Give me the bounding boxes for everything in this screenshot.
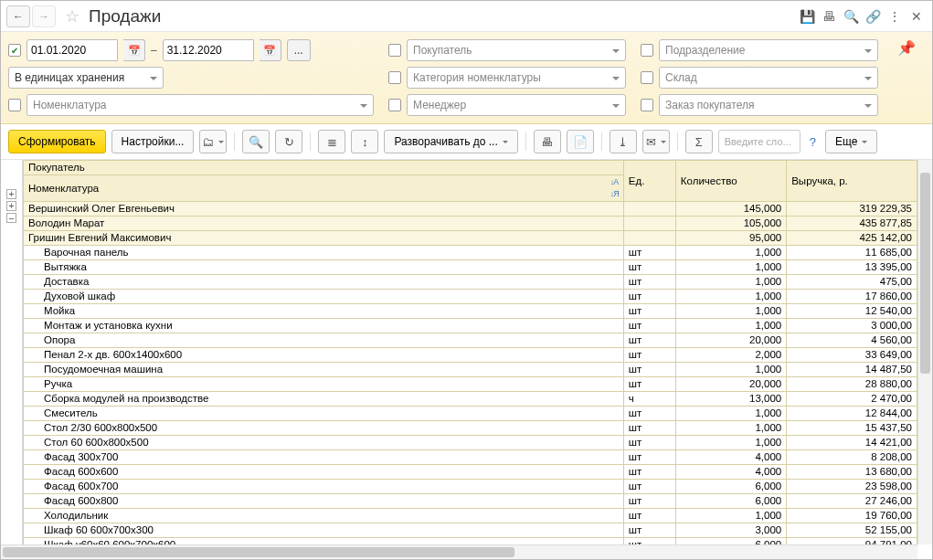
detail-row[interactable]: Фасад 600х700шт6,00023 598,00 (24, 480, 917, 494)
page-setup-button[interactable]: 📄 (567, 130, 594, 153)
print-button[interactable]: 🖶 (534, 130, 561, 153)
date-from-calendar-icon[interactable]: 📅 (123, 39, 145, 61)
favorite-star-icon[interactable]: ☆ (61, 5, 83, 27)
horizontal-scrollbar[interactable] (1, 544, 917, 559)
page-title: Продажи (89, 6, 795, 26)
nav-forward-button[interactable]: → (32, 5, 56, 27)
detail-row[interactable]: Варочная панельшт1,00011 685,00 (24, 246, 917, 260)
date-from-input[interactable]: 01.01.2020 (27, 39, 118, 61)
detail-row[interactable]: Духовой шкафшт1,00017 860,00 (24, 290, 917, 304)
expand-to-button[interactable]: Разворачивать до ... (384, 130, 517, 153)
expand-node[interactable]: + (6, 201, 16, 211)
date-to-input[interactable]: 31.12.2020 (163, 39, 254, 61)
settings-button[interactable]: Настройки... (111, 130, 195, 153)
detail-row[interactable]: Фасад 600х800шт6,00027 246,00 (24, 494, 917, 509)
warehouse-select[interactable]: Склад (659, 67, 878, 89)
detail-row[interactable]: Монтаж и установка кухништ1,0003 000,00 (24, 319, 917, 333)
units-select[interactable]: В единицах хранения (8, 67, 164, 89)
period-checkbox[interactable]: ✔ (8, 44, 21, 57)
group-row[interactable]: Гришин Евгений Максимович95,000425 142,0… (24, 231, 917, 246)
tree-gutter: + + – (1, 160, 23, 544)
nav-back-button[interactable]: ← (6, 5, 30, 27)
sort-asc-icon: ↓А↓Я (610, 176, 619, 200)
col-revenue[interactable]: Выручка, р. (787, 161, 917, 202)
detail-row[interactable]: Шкаф у60х60 600х700х600шт6,00094 791,00 (24, 538, 917, 545)
sum-button[interactable]: Σ (685, 130, 713, 153)
collapse-node[interactable]: – (6, 213, 16, 223)
group-row[interactable]: Вершинский Олег Евгеньевич145,000319 229… (24, 202, 917, 217)
detail-row[interactable]: Фасад 600х600шт4,00013 680,00 (24, 465, 917, 480)
detail-row[interactable]: Шкаф 60 600х700х300шт3,00052 155,00 (24, 523, 917, 538)
col-unit[interactable]: Ед. (623, 161, 675, 202)
preview-icon[interactable]: 🔍 (841, 6, 861, 26)
warehouse-checkbox[interactable] (641, 71, 653, 84)
group-row[interactable]: Володин Марат105,000435 877,85 (24, 217, 917, 231)
detail-row[interactable]: Посудомоечная машинашт1,00014 487,50 (24, 363, 917, 377)
expand-node[interactable]: + (6, 189, 16, 199)
order-select[interactable]: Заказ покупателя (659, 94, 878, 116)
export-button[interactable]: ⤓ (610, 130, 637, 153)
email-button[interactable]: ✉ (642, 130, 670, 153)
buyer-checkbox[interactable] (388, 44, 401, 57)
buyer-select[interactable]: Покупатель (407, 39, 626, 61)
more-button[interactable]: Еще (825, 130, 877, 153)
detail-row[interactable]: Пенал 2-х дв. 600х1400х600шт2,00033 649,… (24, 348, 917, 363)
find-button[interactable]: 🔍 (242, 130, 270, 153)
report-grid: Покупатель Ед. Количество Выручка, р. Но… (23, 160, 917, 544)
quick-search-input[interactable]: Введите сло... (718, 130, 800, 153)
help-icon[interactable]: ? (806, 135, 820, 149)
detail-row[interactable]: Доставкашт1,000475,00 (24, 275, 917, 290)
link-icon[interactable]: 🔗 (863, 6, 883, 26)
category-checkbox[interactable] (388, 71, 401, 84)
collapse-button[interactable]: ≣ (318, 130, 345, 153)
detail-row[interactable]: Холодильникшт1,00019 760,00 (24, 509, 917, 523)
order-checkbox[interactable] (641, 99, 653, 111)
save-icon[interactable]: 💾 (797, 6, 817, 26)
variants-button[interactable]: 🗂 (199, 130, 227, 153)
category-select[interactable]: Категория номенклатуры (407, 67, 626, 89)
detail-row[interactable]: Смесительшт1,00012 844,00 (24, 407, 917, 421)
nomenclature-checkbox[interactable] (8, 99, 21, 111)
division-select[interactable]: Подразделение (659, 39, 878, 61)
detail-row[interactable]: Мойкашт1,00012 540,00 (24, 304, 917, 319)
vertical-scrollbar[interactable] (917, 160, 932, 544)
detail-row[interactable]: Стол 60 600х800х500шт1,00014 421,00 (24, 436, 917, 450)
manager-select[interactable]: Менеджер (407, 94, 626, 116)
levels-button[interactable]: ↕ (351, 130, 378, 153)
period-dialog-button[interactable]: ... (287, 39, 311, 61)
detail-row[interactable]: Опорашт20,0004 560,00 (24, 333, 917, 348)
col-buyer[interactable]: Покупатель (24, 161, 624, 175)
nomenclature-select[interactable]: Номенклатура (27, 94, 374, 116)
detail-row[interactable]: Стол 2/30 600х800х500шт1,00015 437,50 (24, 421, 917, 436)
col-qty[interactable]: Количество (675, 161, 786, 202)
manager-checkbox[interactable] (388, 99, 401, 111)
refresh-button[interactable]: ↻ (275, 130, 302, 153)
detail-row[interactable]: Вытяжкашт1,00013 395,00 (24, 260, 917, 275)
detail-row[interactable]: Сборка модулей на производствеч13,0002 4… (24, 392, 917, 407)
generate-button[interactable]: Сформировать (8, 130, 106, 153)
close-icon[interactable]: ✕ (906, 6, 927, 26)
detail-row[interactable]: Фасад 300х700шт4,0008 208,00 (24, 450, 917, 465)
print-icon[interactable]: 🖶 (819, 6, 839, 26)
more-actions-icon[interactable]: ⋮ (885, 6, 905, 26)
col-nomenclature[interactable]: Номенклатура↓А↓Я (24, 175, 624, 202)
date-to-calendar-icon[interactable]: 📅 (260, 39, 281, 61)
detail-row[interactable]: Ручкашт20,00028 880,00 (24, 377, 917, 392)
pin-icon[interactable]: 📌 (893, 39, 920, 61)
division-checkbox[interactable] (641, 44, 653, 57)
